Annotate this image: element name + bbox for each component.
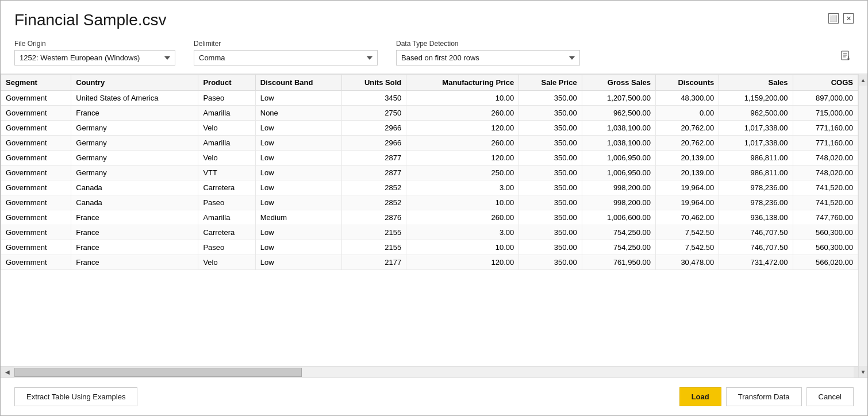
cell-9-6: 350.00	[519, 225, 582, 240]
cell-7-5: 10.00	[406, 195, 519, 210]
window-controls: ⬜ ✕	[828, 13, 854, 24]
close-button[interactable]: ✕	[843, 13, 854, 24]
cell-5-8: 20,139.00	[655, 165, 719, 180]
file-origin-group: File Origin 1252: Western European (Wind…	[14, 40, 175, 66]
col-header-units_sold[interactable]: Units Sold	[341, 75, 406, 91]
cell-2-1: Germany	[71, 121, 198, 136]
cell-2-8: 20,762.00	[655, 121, 719, 136]
cell-6-9: 978,236.00	[719, 180, 793, 195]
cell-1-1: France	[71, 106, 198, 121]
cell-1-3: None	[255, 106, 341, 121]
cell-7-2: Paseo	[198, 195, 255, 210]
table-row: GovernmentGermanyVeloLow2877120.00350.00…	[1, 151, 858, 165]
cell-10-6: 350.00	[519, 240, 582, 255]
cell-1-5: 260.00	[406, 106, 519, 121]
scroll-thumb-h[interactable]	[14, 368, 302, 377]
col-header-gross_sales[interactable]: Gross Sales	[582, 75, 655, 91]
export-icon-button[interactable]	[839, 48, 854, 66]
cell-10-7: 754,250.00	[582, 240, 655, 255]
cell-5-10: 748,020.00	[793, 165, 858, 180]
cell-5-0: Government	[1, 165, 71, 180]
cell-8-8: 70,462.00	[655, 210, 719, 225]
vertical-scrollbar: ▲ ▼	[858, 74, 867, 366]
extract-table-button[interactable]: Extract Table Using Examples	[14, 387, 137, 406]
cell-2-2: Velo	[198, 121, 255, 136]
cell-2-7: 1,038,100.00	[582, 121, 655, 136]
cell-11-7: 761,950.00	[582, 255, 655, 270]
cell-4-1: Germany	[71, 151, 198, 165]
col-header-cogs[interactable]: COGS	[793, 75, 858, 91]
col-header-sale_price[interactable]: Sale Price	[519, 75, 582, 91]
cell-3-6: 350.00	[519, 136, 582, 151]
cell-5-4: 2877	[341, 165, 406, 180]
cell-9-7: 754,250.00	[582, 225, 655, 240]
load-button[interactable]: Load	[679, 387, 721, 406]
table-area: SegmentCountryProductDiscount BandUnits …	[1, 74, 867, 366]
cell-1-4: 2750	[341, 106, 406, 121]
cell-10-9: 746,707.50	[719, 240, 793, 255]
col-header-segment[interactable]: Segment	[1, 75, 71, 91]
table-row: GovernmentFranceAmarillaMedium2876260.00…	[1, 210, 858, 225]
cell-3-1: Germany	[71, 136, 198, 151]
title-bar: Financial Sample.csv ⬜ ✕	[1, 1, 867, 35]
delimiter-label: Delimiter	[194, 40, 378, 48]
cell-1-7: 962,500.00	[582, 106, 655, 121]
scroll-left-button[interactable]: ◀	[1, 367, 14, 378]
cell-5-6: 350.00	[519, 165, 582, 180]
cell-3-3: Low	[255, 136, 341, 151]
cell-2-4: 2966	[341, 121, 406, 136]
cell-6-8: 19,964.00	[655, 180, 719, 195]
cell-7-1: Canada	[71, 195, 198, 210]
cell-6-3: Low	[255, 180, 341, 195]
dialog: Financial Sample.csv ⬜ ✕ File Origin 125…	[0, 0, 868, 416]
cell-2-3: Low	[255, 121, 341, 136]
table-row: GovernmentUnited States of AmericaPaseoL…	[1, 91, 858, 106]
table-row: GovernmentFranceAmarillaNone2750260.0035…	[1, 106, 858, 121]
cell-10-4: 2155	[341, 240, 406, 255]
cell-0-0: Government	[1, 91, 71, 106]
col-header-discounts[interactable]: Discounts	[655, 75, 719, 91]
table-row: GovernmentCanadaPaseoLow285210.00350.009…	[1, 195, 858, 210]
transform-data-button[interactable]: Transform Data	[726, 387, 802, 406]
cell-0-7: 1,207,500.00	[582, 91, 655, 106]
cell-7-6: 350.00	[519, 195, 582, 210]
scroll-track-v[interactable]	[859, 86, 867, 366]
col-header-manufacturing_price[interactable]: Manufacturing Price	[406, 75, 519, 91]
cell-5-3: Low	[255, 165, 341, 180]
table-header-row: SegmentCountryProductDiscount BandUnits …	[1, 75, 858, 91]
col-header-sales[interactable]: Sales	[719, 75, 793, 91]
cell-7-3: Low	[255, 195, 341, 210]
cell-3-2: Amarilla	[198, 136, 255, 151]
data-type-detection-select[interactable]: Based on first 200 rowsBased on entire d…	[396, 50, 580, 66]
cell-5-1: Germany	[71, 165, 198, 180]
cell-4-8: 20,139.00	[655, 151, 719, 165]
cell-3-5: 260.00	[406, 136, 519, 151]
cancel-button[interactable]: Cancel	[806, 387, 854, 406]
cell-11-6: 350.00	[519, 255, 582, 270]
cell-8-7: 1,006,600.00	[582, 210, 655, 225]
table-row: GovernmentFranceCarreteraLow21553.00350.…	[1, 225, 858, 240]
cell-11-3: Low	[255, 255, 341, 270]
cell-11-0: Government	[1, 255, 71, 270]
cell-9-9: 746,707.50	[719, 225, 793, 240]
cell-9-1: France	[71, 225, 198, 240]
cell-9-10: 560,300.00	[793, 225, 858, 240]
scroll-up-button[interactable]: ▲	[859, 74, 868, 86]
cell-2-5: 120.00	[406, 121, 519, 136]
cell-0-2: Paseo	[198, 91, 255, 106]
cell-9-3: Low	[255, 225, 341, 240]
col-header-country[interactable]: Country	[71, 75, 198, 91]
table-scroll[interactable]: SegmentCountryProductDiscount BandUnits …	[1, 74, 858, 366]
scroll-track-h[interactable]	[14, 367, 854, 378]
file-origin-select[interactable]: 1252: Western European (Windows)UTF-8UTF…	[14, 50, 175, 66]
restore-button[interactable]: ⬜	[828, 13, 839, 24]
cell-8-2: Amarilla	[198, 210, 255, 225]
cell-1-0: Government	[1, 106, 71, 121]
cell-2-10: 771,160.00	[793, 121, 858, 136]
cell-10-1: France	[71, 240, 198, 255]
col-header-product[interactable]: Product	[198, 75, 255, 91]
cell-2-0: Government	[1, 121, 71, 136]
cell-6-1: Canada	[71, 180, 198, 195]
delimiter-select[interactable]: CommaTabSemicolonSpaceCustom	[194, 50, 378, 66]
col-header-discount_band[interactable]: Discount Band	[255, 75, 341, 91]
